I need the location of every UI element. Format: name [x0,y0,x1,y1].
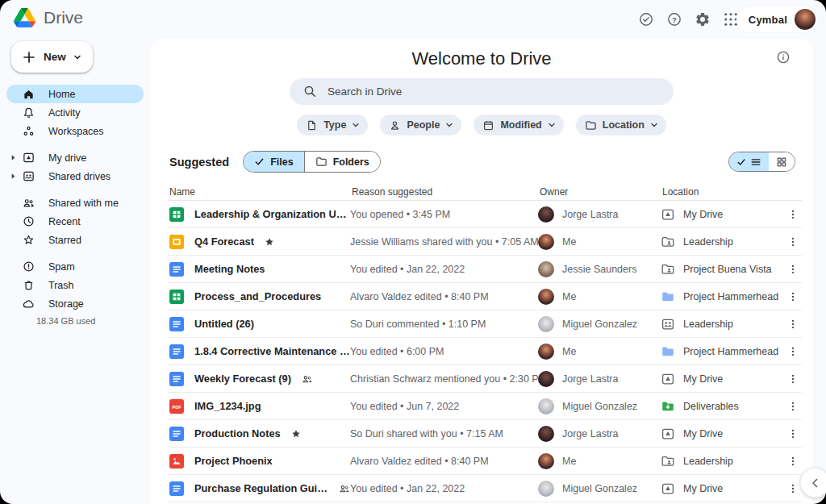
collapse-panel-button[interactable] [800,468,826,498]
account-switcher[interactable]: Cymbal [736,6,818,32]
sidebar-group: Shared with meRecentStarred [0,194,150,249]
location-cell[interactable]: Project Hammerhead [661,344,784,359]
location-cell[interactable]: Leadership [661,235,784,249]
folder-icon [315,156,327,168]
sidebar-item-label: Home [48,89,75,100]
table-row[interactable]: Untitled (26) So Duri commented • 1:10 P… [168,310,802,338]
docs-file-icon [169,317,184,331]
more-actions-button[interactable] [784,264,802,275]
search-bar[interactable] [290,78,674,105]
folder-icon [585,119,597,131]
owner-avatar [538,289,554,305]
person-icon [389,119,401,131]
caret-right-icon[interactable] [10,154,18,162]
more-actions-button[interactable] [784,291,802,302]
settings-icon[interactable] [693,10,712,29]
file-name: Purchase Regulation Guidelines [194,482,328,494]
reason-suggested: Alvaro Valdez edited • 8:40 PM [350,291,538,302]
table-row[interactable]: Process_and_Procedures Alvaro Valdez edi… [168,283,802,310]
location-cell[interactable]: My Drive [661,481,784,496]
sidebar-nav: HomeActivityWorkspacesMy driveShared dri… [0,85,150,326]
sidebar-group: SpamTrashStorage18.34 GB used [0,257,150,326]
offline-status-icon[interactable] [636,10,656,29]
more-actions-button[interactable] [784,373,802,385]
filter-chip-modified[interactable]: Modified [473,115,563,135]
location-cell[interactable]: My Drive [661,207,784,222]
file-name: Leadership & Organization Updates [194,208,350,220]
search-input[interactable] [327,85,660,98]
more-actions-button[interactable] [784,209,802,220]
location-cell[interactable]: Leadership [661,317,784,331]
sidebar-item-spam[interactable]: Spam [6,257,144,276]
sidebar-item-recent[interactable]: Recent [6,212,144,231]
files-folders-toggle: Files Folders [243,151,381,173]
owner-avatar [538,426,554,442]
owner-name: Jorge Lastra [562,209,618,220]
location-cell[interactable]: My Drive [661,427,784,441]
plus-icon [22,50,36,65]
file-name: 1.8.4 Corrective Maintenance Request [194,345,350,357]
file-name-cell: Weekly Forecast (9) [168,372,350,386]
sidebar-item-starred[interactable]: Starred [6,231,144,249]
table-row[interactable]: Q4 Forecast Jessie Williams shared with … [168,228,802,256]
workspaces-icon [23,125,35,137]
grid-view-button[interactable] [769,152,795,171]
more-actions-button[interactable] [784,428,802,439]
owner-name: Miguel Gonzalez [562,401,637,412]
list-view-button[interactable] [729,152,769,171]
user-avatar[interactable] [795,9,816,30]
reason-suggested: Christian Schwarz mentioned you • 2:30 P… [350,373,538,385]
sidebar-item-label: My drive [48,152,86,164]
sidebar-item-home[interactable]: Home [6,85,144,103]
sidebar-item-shared-with-me[interactable]: Shared with me [6,194,144,212]
file-name: Q4 Forecast [194,235,254,248]
help-icon[interactable]: ? [665,10,684,29]
table-row[interactable]: Meeting Notes You edited • Jan 22, 2022 … [168,256,802,283]
location-cell[interactable]: My Drive [661,372,784,386]
sidebar-item-activity[interactable]: Activity [6,103,144,122]
folders-toggle-button[interactable]: Folders [304,152,380,172]
slides-file-icon [169,235,184,249]
storage-icon [23,298,35,310]
more-actions-button[interactable] [784,401,802,412]
table-row[interactable]: PDF IMG_1234.jpg You edited • Jun 7, 202… [168,393,802,420]
sidebar-item-storage[interactable]: Storage [6,294,144,313]
table-body: Leadership & Organization Updates You op… [168,201,802,502]
table-row[interactable]: Leadership & Organization Updates You op… [168,201,802,228]
info-icon[interactable] [776,50,791,65]
location-name: Leadership [683,236,733,248]
sidebar-item-shared-drives[interactable]: Shared drives [6,167,144,185]
filter-chip-type[interactable]: Type [297,115,368,135]
sidebar-item-my-drive[interactable]: My drive [6,148,144,167]
filter-chip-people[interactable]: People [380,115,461,135]
location-cell[interactable]: Deliverables [661,399,784,414]
filter-chip-location[interactable]: Location [576,115,666,135]
owner-cell: Jorge Lastra [538,206,661,223]
table-row[interactable]: Purchase Regulation Guidelines You edite… [168,475,802,502]
table-row[interactable]: Project Phoenix Alvaro Valdez edited • 8… [168,448,802,475]
table-row[interactable]: Weekly Forecast (9) Christian Schwarz me… [168,365,802,393]
new-button[interactable]: New [11,41,93,73]
location-cell[interactable]: Project Buena Vista [661,262,784,277]
location-cell[interactable]: Leadership [661,454,784,469]
drive-logo[interactable]: Drive [14,8,83,27]
more-actions-button[interactable] [784,236,802,248]
owner-name: Miguel Gonzalez [562,319,637,330]
owner-avatar [538,234,554,250]
more-actions-button[interactable] [784,319,802,330]
location-cell[interactable]: Project Hammerhead [661,289,784,304]
files-toggle-button[interactable]: Files [244,152,304,172]
shared-drive-icon [661,317,675,331]
more-actions-button[interactable] [784,346,802,357]
sidebar-item-trash[interactable]: Trash [6,276,144,294]
docs-file-icon [169,372,184,386]
more-actions-button[interactable] [784,483,802,494]
table-row[interactable]: 1.8.4 Corrective Maintenance Request You… [168,338,802,365]
folder-blue-icon [661,289,675,304]
table-row[interactable]: Production Notes So Duri shared with you… [168,420,802,448]
file-name-cell: Production Notes [168,427,350,441]
more-actions-button[interactable] [784,456,802,467]
caret-right-icon[interactable] [10,173,18,181]
sidebar-item-workspaces[interactable]: Workspaces [6,122,144,140]
docs-file-icon [169,262,184,277]
